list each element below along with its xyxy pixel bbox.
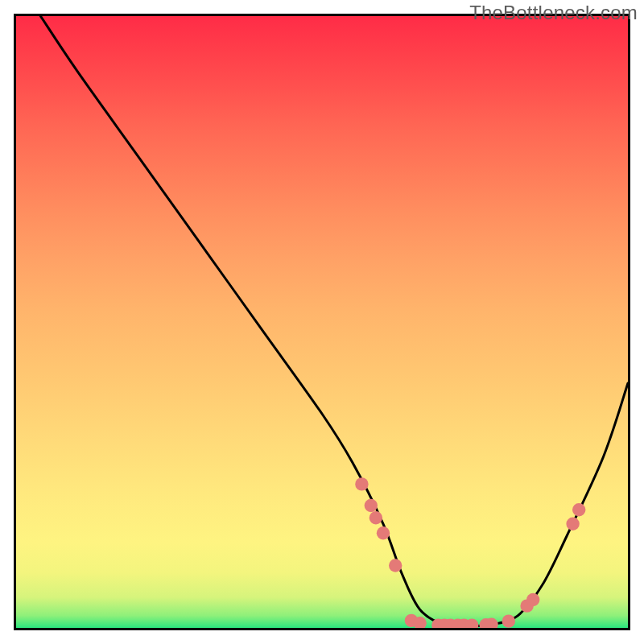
plot-area [14,14,630,630]
data-marker [566,518,579,530]
data-marker [355,477,368,490]
chart-container: TheBottleneck.com [0,0,644,644]
data-marker [526,593,539,606]
curve-layer [16,16,628,628]
data-marker [572,503,585,516]
data-marker [377,526,390,539]
curve-path [40,16,628,626]
watermark: TheBottleneck.com [469,2,638,24]
data-marker [389,559,402,572]
data-marker [365,499,378,512]
markers-group [355,477,585,628]
data-marker [369,511,382,524]
data-marker [502,614,515,627]
